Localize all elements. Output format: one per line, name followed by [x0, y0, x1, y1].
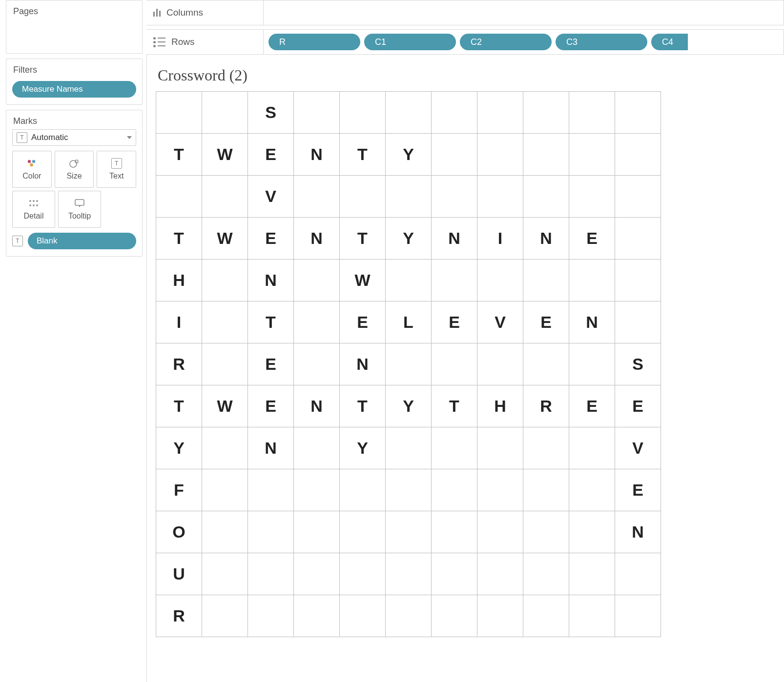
text-mark-icon: T: [111, 158, 122, 169]
crossword-cell: [615, 218, 661, 260]
rows-pill-r[interactable]: R: [268, 34, 360, 50]
crossword-cell: T: [340, 134, 386, 176]
crossword-cell: [386, 595, 432, 637]
crossword-cell: Y: [386, 134, 432, 176]
crossword-cell: O: [156, 511, 202, 553]
crossword-cell: N: [523, 218, 569, 260]
viz-area: Crossword (2) STWENTYVTWENTYNINEHNWITELE…: [146, 55, 784, 682]
crossword-cell: I: [477, 218, 523, 260]
rows-pill-c2[interactable]: C2: [460, 34, 552, 50]
crossword-cell: [477, 595, 523, 637]
crossword-cell: [340, 511, 386, 553]
marks-tooltip-button[interactable]: Tooltip: [58, 191, 101, 228]
crossword-cell: E: [248, 218, 294, 260]
crossword-cell: N: [569, 301, 615, 343]
crossword-cell: [523, 469, 569, 511]
crossword-cell: [569, 134, 615, 176]
filters-shelf[interactable]: Filters Measure Names: [6, 59, 143, 105]
crossword-cell: E: [340, 301, 386, 343]
columns-shelf[interactable]: Columns: [146, 0, 784, 25]
detail-icon: [28, 198, 39, 209]
columns-icon: [153, 9, 161, 17]
mark-type-dropdown[interactable]: T Automatic: [12, 129, 136, 146]
marks-color-label: Color: [22, 172, 41, 181]
crossword-cell: T: [156, 385, 202, 427]
pages-title: Pages: [13, 6, 136, 17]
crossword-cell: [523, 595, 569, 637]
rows-pill-c3[interactable]: C3: [556, 34, 647, 50]
crossword-cell: S: [248, 92, 294, 134]
svg-point-3: [70, 160, 77, 167]
crossword-cell: T: [340, 218, 386, 260]
mark-pill-blank[interactable]: Blank: [28, 233, 136, 249]
crossword-cell: [340, 176, 386, 218]
crossword-cell: [248, 595, 294, 637]
rows-pill-label: C4: [662, 37, 673, 47]
filter-pill-label: Measure Names: [22, 84, 83, 94]
crossword-cell: [569, 553, 615, 595]
crossword-cell: [569, 343, 615, 385]
crossword-cell: [294, 92, 340, 134]
crossword-cell: R: [156, 595, 202, 637]
crossword-cell: [615, 134, 661, 176]
crossword-cell: [386, 92, 432, 134]
crossword-cell: [202, 260, 248, 301]
crossword-cell: [569, 511, 615, 553]
crossword-cell: L: [386, 301, 432, 343]
crossword-cell: [615, 595, 661, 637]
rows-pill-label: R: [279, 37, 286, 47]
rows-pills[interactable]: RC1C2C3C4: [264, 34, 784, 50]
crossword-cell: H: [156, 260, 202, 301]
crossword-cell: [432, 176, 477, 218]
crossword-cell: T: [340, 385, 386, 427]
marks-text-button[interactable]: T Text: [97, 151, 136, 188]
crossword-cell: [386, 260, 432, 301]
marks-card: Marks T Automatic Color: [6, 110, 143, 257]
crossword-cell: [432, 92, 477, 134]
crossword-cell: R: [156, 343, 202, 385]
crossword-cell: [523, 176, 569, 218]
crossword-cell: [477, 134, 523, 176]
crossword-cell: [386, 553, 432, 595]
marks-color-button[interactable]: Color: [12, 151, 52, 188]
rows-pill-c1[interactable]: C1: [364, 34, 456, 50]
crossword-cell: W: [202, 385, 248, 427]
crossword-cell: [202, 92, 248, 134]
rows-label: Rows: [171, 37, 195, 47]
crossword-cell: [386, 343, 432, 385]
crossword-cell: T: [248, 301, 294, 343]
crossword-cell: [294, 427, 340, 469]
crossword-cell: [432, 553, 477, 595]
crossword-cell: W: [202, 134, 248, 176]
crossword-cell: [477, 260, 523, 301]
crossword-cell: [294, 260, 340, 301]
crossword-cell: [569, 92, 615, 134]
rows-icon: [153, 37, 165, 47]
marks-detail-button[interactable]: Detail: [12, 191, 55, 228]
viz-title[interactable]: Crossword (2): [158, 66, 784, 84]
rows-pill-c4[interactable]: C4: [651, 34, 688, 50]
mark-pill-blank-label: Blank: [37, 236, 58, 246]
crossword-cell: I: [156, 301, 202, 343]
crossword-cell: [294, 511, 340, 553]
crossword-cell: [386, 511, 432, 553]
text-icon: T: [17, 132, 27, 143]
crossword-cell: [569, 427, 615, 469]
crossword-cell: [386, 427, 432, 469]
crossword-cell: E: [523, 301, 569, 343]
crossword-cell: [477, 469, 523, 511]
crossword-cell: N: [248, 260, 294, 301]
filter-pill-measure-names[interactable]: Measure Names: [12, 81, 136, 98]
crossword-cell: [477, 427, 523, 469]
crossword-cell: [248, 553, 294, 595]
crossword-cell: [202, 343, 248, 385]
tooltip-icon: [74, 198, 85, 209]
pages-shelf[interactable]: Pages: [6, 0, 143, 54]
crossword-grid: STWENTYVTWENTYNINEHNWITELEVENRENSTWENTYT…: [156, 91, 661, 637]
rows-shelf[interactable]: Rows RC1C2C3C4: [146, 29, 784, 55]
crossword-cell: E: [569, 385, 615, 427]
marks-size-button[interactable]: Size: [55, 151, 94, 188]
chevron-down-icon: [127, 136, 132, 139]
crossword-cell: S: [615, 343, 661, 385]
crossword-cell: [569, 595, 615, 637]
